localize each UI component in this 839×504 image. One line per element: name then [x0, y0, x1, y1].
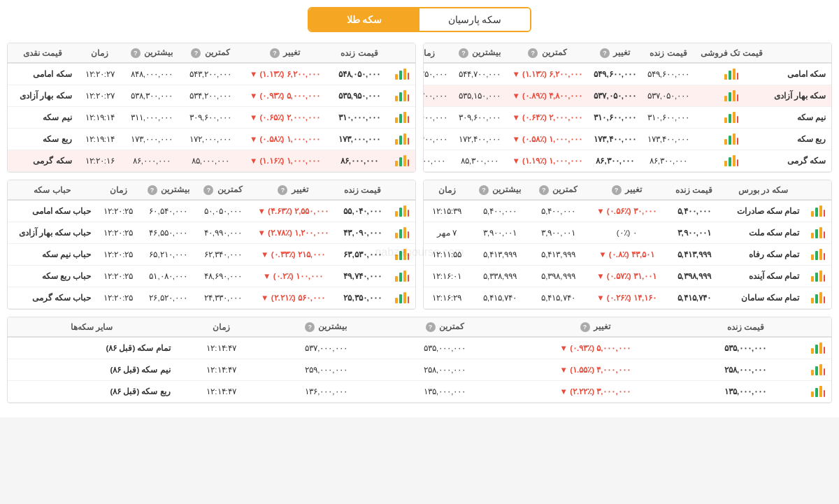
info-icon[interactable]: ? — [270, 48, 280, 58]
chart-icon-cell[interactable] — [389, 244, 415, 266]
info-icon[interactable]: ? — [479, 185, 489, 195]
low-price: ۶۲,۳۴۰,۰۰۰ — [196, 244, 250, 266]
chart-icon-cell[interactable] — [389, 63, 415, 85]
low-price: ۵۰,۰۵۰,۰۰۰ — [196, 200, 250, 222]
high-price: ۱۷۳,۴۰۰,۰۰۰ — [423, 129, 453, 150]
main-top-row: قیمت تک فروشی قیمت زنده تغییر ? کمترین ?… — [7, 43, 832, 173]
svg-rect-60 — [395, 211, 398, 217]
live-price: ۸۶,۰۰۰,۰۰۰ — [330, 150, 389, 172]
chart-icon-cell[interactable] — [389, 200, 415, 222]
chart-icon-cell[interactable] — [805, 287, 831, 309]
th-high-bourse: بیشترین ? — [470, 180, 530, 200]
info-icon[interactable]: ? — [612, 185, 622, 195]
coin-name: حباب سکه بهار آزادی — [8, 222, 96, 244]
change-value: ۴,۰۰۰,۰۰۰ (۱.۵۵٪) ▼ — [504, 359, 686, 381]
coin-name: تمام سکه (قبل ۸۶) — [8, 337, 176, 359]
svg-rect-40 — [811, 211, 814, 217]
table-row: ۱۳۵,۰۰۰,۰۰۰ ۳,۰۰۰,۰۰۰ (۲.۲۲٪) ▼ ۱۳۵,۰۰۰,… — [8, 381, 831, 403]
info-icon[interactable]: ? — [580, 322, 590, 332]
svg-rect-79 — [408, 296, 409, 303]
th-icon — [805, 317, 831, 337]
info-icon[interactable]: ? — [191, 48, 201, 58]
low-price: ۴۰,۹۹۰,۰۰۰ — [196, 222, 250, 244]
info-icon[interactable]: ? — [131, 48, 141, 58]
live-price: ۳,۹۰۰,۰۰۱ — [667, 222, 722, 244]
high-price: ۵,۴۱۳,۹۹۹ — [470, 244, 530, 266]
time-value: ۱۲:۲۰:۲۵ — [96, 266, 140, 287]
chart-icon-cell[interactable] — [389, 222, 415, 244]
svg-rect-57 — [815, 294, 818, 303]
bourse-table: سکه در بورس قیمت زنده تغییر ? کمترین ? ب… — [424, 180, 831, 309]
change-value: ۱,۰۰۰,۰۰۰ (۱.۱۹٪) ▼ — [506, 150, 588, 172]
time-value: ۱۲:۲۰:۲۷ — [78, 63, 122, 85]
habbab-section: قیمت زنده تغییر ? کمترین ? بیشترین ? زما… — [7, 180, 416, 310]
svg-rect-91 — [824, 390, 825, 397]
svg-rect-29 — [399, 114, 402, 123]
tab-parsian[interactable]: سکه پارسیان — [420, 8, 530, 31]
sayer-table: قیمت زنده تغییر ? کمترین ? بیشترین ? زما… — [8, 317, 831, 403]
chart-icon-cell[interactable] — [805, 200, 831, 222]
change-value: ۳,۰۰۰,۰۰۰ (۲.۲۲٪) ▼ — [504, 381, 686, 403]
page-wrapper: سکه پارسیان سکه طلا قیمت تک فروشی قیمت ز… — [0, 0, 839, 417]
th-change: تغییر ? — [588, 43, 641, 63]
time-value: ۱۲:۱۹:۱۴ — [78, 107, 122, 129]
high-price: ۸۶,۰۰۰,۰۰۰ — [122, 150, 181, 172]
info-icon-low[interactable]: ? — [528, 48, 538, 58]
change-value: ۱,۰۰۰,۰۰۰ (۱.۱۶٪) ▼ — [240, 150, 330, 172]
chart-icon-cell[interactable] — [389, 287, 415, 309]
coin-name: حباب ربع سکه — [8, 266, 96, 287]
chart-icon-cell[interactable] — [805, 244, 831, 266]
table-row: ۵۴۸,۰۵۰,۰۰۰ ۶,۲۰۰,۰۰۰ (۱.۱۳٪) ▼ ۵۴۳,۲۰۰,… — [8, 63, 415, 85]
chart-icon-cell[interactable] — [389, 150, 415, 172]
high-price: ۵,۴۰۰,۰۰۰ — [470, 200, 530, 222]
chart-icon-cell[interactable] — [805, 381, 831, 403]
high-price: ۶۵,۲۱۰,۰۰۰ — [140, 244, 196, 266]
info-icon[interactable]: ? — [305, 322, 315, 332]
info-icon[interactable]: ? — [203, 185, 213, 195]
chart-icon-cell[interactable] — [389, 107, 415, 129]
chart-icon-cell[interactable] — [695, 150, 768, 172]
svg-rect-74 — [403, 271, 406, 282]
chart-icon-cell[interactable] — [805, 266, 831, 287]
chart-icon-cell[interactable] — [389, 85, 415, 107]
svg-rect-1 — [729, 71, 731, 80]
low-price: ۵۳۵,۱۵۰,۰۰۰ — [453, 85, 506, 107]
svg-rect-49 — [815, 251, 818, 260]
info-icon[interactable]: ? — [539, 185, 549, 195]
low-price: ۳۰۹,۶۰۰,۰۰۰ — [181, 107, 240, 129]
svg-rect-75 — [408, 275, 409, 282]
svg-rect-86 — [819, 364, 822, 375]
coin-name: حباب نیم سکه — [8, 244, 96, 266]
info-icon[interactable]: ? — [278, 185, 287, 195]
low-price: ۵۳۵,۰۰۰,۰۰۰ — [385, 337, 504, 359]
chart-icon-cell[interactable] — [389, 266, 415, 287]
chart-icon-cell[interactable] — [805, 222, 831, 244]
sell-price: ۵۳۷,۰۵۰,۰۰۰ — [642, 85, 695, 107]
tab-tala[interactable]: سکه طلا — [309, 8, 420, 31]
main-mid-row: سکه در بورس قیمت زنده تغییر ? کمترین ? ب… — [7, 180, 832, 310]
svg-rect-38 — [403, 155, 406, 166]
chart-icon-cell[interactable] — [805, 359, 831, 381]
svg-rect-90 — [819, 386, 822, 397]
chart-icon-cell[interactable] — [695, 63, 768, 85]
live-price: ۵۳۵,۹۵۰,۰۰۰ — [330, 85, 389, 107]
table-row: تمام سکه ملت ۳,۹۰۰,۰۰۱ ۰ (۰٪) ۳,۹۰۰,۰۰۱ … — [424, 222, 831, 244]
high-price: ۲۵۹,۰۰۰,۰۰۰ — [266, 359, 385, 381]
info-icon-change[interactable]: ? — [600, 48, 610, 58]
live-price: ۵,۴۱۵,۷۴۰ — [667, 287, 722, 309]
time-value: ۱۲:۱۶:۰۱ — [424, 266, 470, 287]
chart-icon-cell[interactable] — [695, 129, 768, 150]
svg-rect-45 — [815, 229, 818, 238]
chart-icon-cell[interactable] — [695, 107, 768, 129]
th-icon — [389, 43, 415, 63]
chart-icon-cell[interactable] — [695, 85, 768, 107]
chart-icon-cell[interactable] — [805, 337, 831, 359]
info-icon[interactable]: ? — [148, 185, 157, 195]
chart-icon-cell[interactable] — [389, 129, 415, 150]
info-icon[interactable]: ? — [426, 322, 436, 332]
svg-rect-50 — [819, 249, 822, 260]
live-price: ۳۱۰,۰۰۰,۰۰۰ — [330, 107, 389, 129]
info-icon-high[interactable]: ? — [459, 48, 468, 58]
change-value: ۳۰,۰۰۰ (۰.۵۶٪) ▼ — [587, 200, 667, 222]
th-name-bourse: سکه در بورس — [722, 180, 805, 200]
